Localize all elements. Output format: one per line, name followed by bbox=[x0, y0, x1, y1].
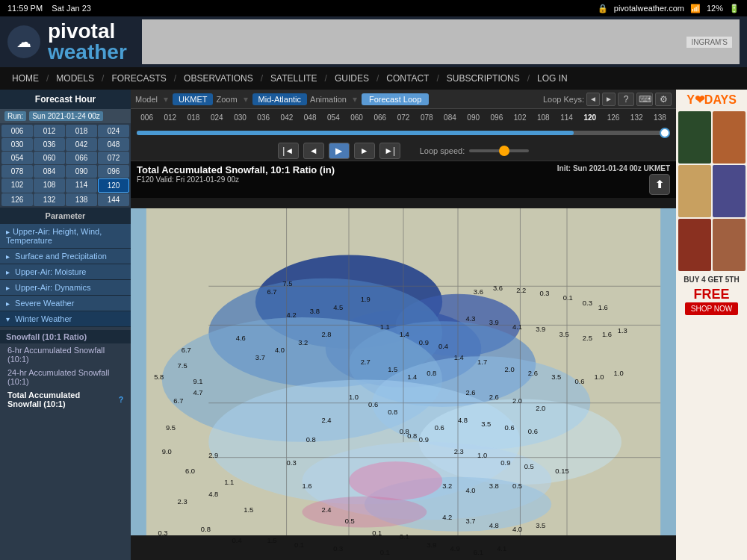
tl-048[interactable]: 048 bbox=[299, 113, 322, 122]
nav-subscriptions[interactable]: SUBSCRIPTIONS bbox=[441, 70, 526, 87]
tl-132[interactable]: 132 bbox=[625, 113, 648, 122]
svg-text:4.0: 4.0 bbox=[275, 346, 285, 354]
tl-102[interactable]: 102 bbox=[509, 113, 532, 122]
tl-030[interactable]: 030 bbox=[229, 113, 252, 122]
cat-severe[interactable]: ▸ Severe Weather bbox=[0, 296, 131, 311]
play-button[interactable]: ▶ bbox=[329, 143, 350, 159]
hour-006[interactable]: 006 bbox=[1, 125, 33, 137]
tl-042[interactable]: 042 bbox=[275, 113, 298, 122]
next-button[interactable]: ► bbox=[354, 143, 375, 159]
hour-072[interactable]: 072 bbox=[98, 152, 129, 164]
svg-text:0.1: 0.1 bbox=[400, 533, 409, 541]
tl-036[interactable]: 036 bbox=[252, 113, 275, 122]
timeline-slider[interactable] bbox=[137, 131, 670, 135]
svg-text:4.8: 4.8 bbox=[208, 491, 218, 498]
tl-006[interactable]: 006 bbox=[135, 113, 158, 122]
status-time: 11:59 PM Sat Jan 23 bbox=[7, 4, 91, 13]
cat-upper-air-height[interactable]: ▸Upper-Air: Height, Wind, Temperature bbox=[0, 224, 131, 249]
hour-054[interactable]: 054 bbox=[1, 152, 33, 164]
hour-144[interactable]: 144 bbox=[98, 193, 129, 206]
svg-text:0.6: 0.6 bbox=[505, 424, 515, 432]
tl-072[interactable]: 072 bbox=[391, 113, 415, 122]
tl-108[interactable]: 108 bbox=[532, 113, 555, 122]
hour-132[interactable]: 132 bbox=[34, 193, 65, 206]
hour-114[interactable]: 114 bbox=[66, 178, 97, 193]
share-button[interactable]: ⬆ bbox=[649, 174, 670, 195]
snowfall-24hr[interactable]: 24-hr Accumulated Snowfall (10:1) bbox=[0, 366, 131, 388]
header-ad: INGRAM'S bbox=[142, 19, 740, 64]
speed-thumb[interactable] bbox=[499, 146, 509, 156]
svg-text:3.8: 3.8 bbox=[489, 482, 499, 490]
hour-042[interactable]: 042 bbox=[66, 138, 97, 151]
keyboard-button[interactable]: ⌨ bbox=[636, 93, 653, 106]
hour-108[interactable]: 108 bbox=[34, 178, 65, 193]
hour-084[interactable]: 084 bbox=[34, 165, 65, 178]
slider-thumb[interactable] bbox=[660, 128, 670, 138]
hour-090[interactable]: 090 bbox=[66, 165, 97, 178]
svg-text:3.2: 3.2 bbox=[298, 339, 308, 346]
loop-prev-key[interactable]: ◄ bbox=[586, 93, 600, 106]
tl-090[interactable]: 090 bbox=[462, 113, 485, 122]
help-button[interactable]: ? bbox=[618, 93, 634, 106]
tl-096[interactable]: 096 bbox=[485, 113, 508, 122]
cat-surface-precip[interactable]: ▸ Surface and Precipitation bbox=[0, 249, 131, 264]
svg-text:0.6: 0.6 bbox=[574, 378, 584, 385]
snowfall-6hr[interactable]: 6-hr Accumulated Snowfall (10:1) bbox=[0, 343, 131, 366]
nav-forecasts[interactable]: FORECASTS bbox=[105, 70, 172, 87]
tl-138[interactable]: 138 bbox=[648, 113, 672, 122]
hour-066[interactable]: 066 bbox=[66, 152, 97, 164]
nav-login[interactable]: LOG IN bbox=[531, 70, 574, 87]
nav-guides[interactable]: GUIDES bbox=[329, 70, 375, 87]
prev-button[interactable]: ◄ bbox=[303, 143, 324, 159]
nav-satellite[interactable]: SATELLITE bbox=[264, 70, 323, 87]
loop-next-key[interactable]: ► bbox=[602, 93, 616, 106]
nav-models[interactable]: MODELS bbox=[50, 70, 100, 87]
tl-114[interactable]: 114 bbox=[555, 113, 578, 122]
hour-078[interactable]: 078 bbox=[1, 165, 33, 178]
svg-text:1.0: 1.0 bbox=[614, 370, 624, 377]
zoom-button[interactable]: Mid-Atlantic bbox=[252, 93, 307, 105]
nav-observations[interactable]: OBSERVATIONS bbox=[178, 70, 259, 87]
hour-030[interactable]: 030 bbox=[1, 138, 33, 151]
forecast-loop-button[interactable]: Forecast Loop bbox=[362, 93, 429, 105]
cat-upper-moisture[interactable]: ▸ Upper-Air: Moisture bbox=[0, 264, 131, 280]
hour-048[interactable]: 048 bbox=[98, 138, 129, 151]
hour-102[interactable]: 102 bbox=[1, 178, 33, 193]
tl-120[interactable]: 120 bbox=[578, 113, 601, 122]
hour-012[interactable]: 012 bbox=[34, 125, 65, 137]
hour-138[interactable]: 138 bbox=[66, 193, 97, 206]
hour-018[interactable]: 018 bbox=[66, 125, 97, 137]
tl-060[interactable]: 060 bbox=[345, 113, 368, 122]
main-layout: Forecast Hour Run: Sun 2021-01-24 00z 00… bbox=[0, 90, 747, 560]
model-button[interactable]: UKMET bbox=[173, 93, 214, 105]
tl-024[interactable]: 024 bbox=[205, 113, 229, 122]
tl-078[interactable]: 078 bbox=[415, 113, 438, 122]
cat-winter[interactable]: ▾ Winter Weather bbox=[0, 311, 131, 327]
hour-096[interactable]: 096 bbox=[98, 165, 129, 178]
skip-end-button[interactable]: ►| bbox=[379, 143, 400, 159]
hour-024[interactable]: 024 bbox=[98, 125, 129, 137]
hour-036[interactable]: 036 bbox=[34, 138, 65, 151]
snowfall-total[interactable]: Total Accumulated Snowfall (10:1) ? bbox=[0, 388, 131, 411]
nav-contact[interactable]: CONTACT bbox=[380, 70, 435, 87]
skip-start-button[interactable]: |◄ bbox=[278, 143, 299, 159]
settings-button[interactable]: ⚙ bbox=[655, 93, 672, 106]
hour-060[interactable]: 060 bbox=[34, 152, 65, 164]
nav-home[interactable]: HOME bbox=[6, 70, 45, 87]
cat-upper-dynamics[interactable]: ▸ Upper-Air: Dynamics bbox=[0, 280, 131, 296]
run-info: Run: Sun 2021-01-24 00z bbox=[0, 109, 131, 123]
ad-shop-button[interactable]: SHOP NOW bbox=[685, 302, 738, 315]
tl-054[interactable]: 054 bbox=[322, 113, 345, 122]
tl-012[interactable]: 012 bbox=[158, 113, 182, 122]
speed-slider[interactable] bbox=[469, 149, 529, 152]
map-title-bar: Total Accumulated Snowfall, 10:1 Ratio (… bbox=[131, 161, 676, 198]
wifi-icon: 📶 bbox=[690, 4, 701, 13]
content-area: Model▾ UKMET Zoom▾ Mid-Atlantic Animatio… bbox=[131, 90, 676, 560]
tl-066[interactable]: 066 bbox=[368, 113, 391, 122]
svg-text:0.8: 0.8 bbox=[388, 408, 397, 416]
hour-126[interactable]: 126 bbox=[1, 193, 33, 206]
tl-084[interactable]: 084 bbox=[438, 113, 462, 122]
tl-018[interactable]: 018 bbox=[182, 113, 205, 122]
tl-126[interactable]: 126 bbox=[601, 113, 624, 122]
hour-120[interactable]: 120 bbox=[98, 178, 129, 193]
